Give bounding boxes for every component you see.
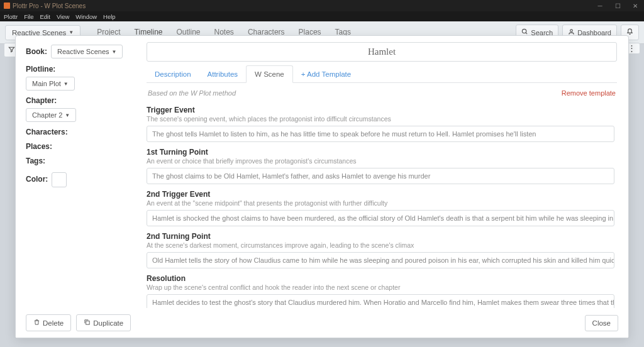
plotline-select[interactable]: Main Plot ▼ (26, 77, 75, 91)
book-select-value: Reactive Scenes (57, 48, 109, 55)
tab-add-template[interactable]: + Add Template (293, 66, 359, 82)
section-desc: An event at the "scene midpoint" that pr… (147, 199, 614, 207)
section-title: 2nd Turning Point (147, 232, 614, 241)
scene-editor-modal: Book: Reactive Scenes ▼ Plotline: Main P… (15, 35, 629, 338)
filter-icon (8, 46, 15, 53)
section-desc: An event or choice that briefly improves… (147, 157, 614, 165)
menu-view[interactable]: View (57, 13, 69, 20)
plotline-select-value: Main Plot (32, 80, 61, 87)
scene-tabs: Description Attributes W Scene + Add Tem… (147, 65, 617, 83)
first-turning-point-input[interactable]: The ghost claims to be Old Hamlet, Hamle… (147, 168, 614, 184)
template-sections: Trigger Event The scene's opening event,… (147, 102, 617, 331)
trash-icon (33, 319, 40, 327)
delete-button[interactable]: Delete (26, 314, 71, 331)
svg-rect-3 (86, 321, 90, 325)
tab-w-scene[interactable]: W Scene (246, 65, 293, 83)
menu-edit[interactable]: Edit (40, 13, 50, 20)
caret-down-icon: ▼ (65, 113, 70, 118)
tab-description[interactable]: Description (147, 66, 199, 82)
section-title: Trigger Event (147, 106, 614, 114)
second-trigger-event-input[interactable]: Hamlet is shocked the ghost claims to ha… (147, 210, 614, 226)
window-titlebar: Plottr Pro - W Plot Scenes ─ ☐ ✕ (0, 0, 644, 11)
app-icon (4, 3, 10, 9)
section-title: 1st Turning Point (147, 148, 614, 157)
window-close[interactable]: ✕ (626, 0, 644, 11)
window-maximize[interactable]: ☐ (609, 0, 626, 11)
book-label: Book: (26, 47, 47, 56)
remove-template-link[interactable]: Remove template (562, 89, 616, 97)
color-swatch[interactable] (52, 172, 67, 187)
second-turning-point-input[interactable]: Old Hamlet tells the story of how Claudi… (147, 252, 614, 268)
caret-down-icon: ▼ (64, 81, 69, 87)
characters-label: Characters: (26, 128, 130, 136)
window-title: Plottr Pro - W Plot Scenes (13, 3, 86, 9)
chapter-select[interactable]: Chapter 2 ▼ (26, 108, 76, 122)
duplicate-label: Duplicate (93, 319, 123, 327)
svg-point-2 (570, 30, 573, 32)
copy-icon (84, 319, 91, 327)
section-title: Resolution (147, 274, 614, 283)
delete-label: Delete (43, 319, 64, 327)
menu-window[interactable]: Window (75, 13, 97, 20)
book-select[interactable]: Reactive Scenes ▼ (51, 45, 123, 58)
color-label: Color: (26, 175, 48, 184)
section-desc: Wrap up the scene's central conflict and… (147, 284, 614, 291)
chapter-select-value: Chapter 2 (32, 111, 62, 119)
close-label: Close (592, 319, 611, 327)
scene-title-input[interactable]: Hamlet (147, 42, 617, 62)
menu-help[interactable]: Help (103, 13, 116, 20)
duplicate-button[interactable]: Duplicate (76, 314, 131, 331)
modal-sidebar: Book: Reactive Scenes ▼ Plotline: Main P… (16, 36, 140, 338)
caret-down-icon: ▼ (69, 30, 74, 35)
method-note: Based on the W Plot method (148, 89, 236, 97)
trigger-event-input[interactable]: The ghost tells Hamlet to listen to him,… (147, 126, 614, 142)
places-label: Places: (26, 142, 130, 151)
section-desc: The scene's opening event, which places … (147, 115, 614, 123)
tags-label: Tags: (26, 157, 130, 165)
svg-point-0 (523, 29, 526, 33)
plotline-label: Plotline: (26, 65, 130, 74)
close-button[interactable]: Close (585, 315, 618, 331)
modal-footer: Delete Duplicate Close (16, 308, 628, 338)
caret-down-icon: ▼ (112, 49, 117, 55)
section-title: 2nd Trigger Event (147, 190, 614, 199)
section-desc: At the scene's darkest moment, circumsta… (147, 241, 614, 249)
menu-file[interactable]: File (24, 13, 33, 20)
tab-attributes[interactable]: Attributes (199, 66, 247, 82)
window-minimize[interactable]: ─ (591, 0, 609, 11)
chapter-label: Chapter: (26, 96, 130, 105)
modal-main: Hamlet Description Attributes W Scene + … (140, 36, 628, 338)
svg-line-1 (526, 33, 527, 34)
workspace: ⋮ Book: Reactive Scenes ▼ Plotline: Main… (0, 44, 644, 347)
app-menubar: Plottr File Edit View Window Help (0, 11, 644, 21)
menu-plottr[interactable]: Plottr (4, 13, 18, 20)
